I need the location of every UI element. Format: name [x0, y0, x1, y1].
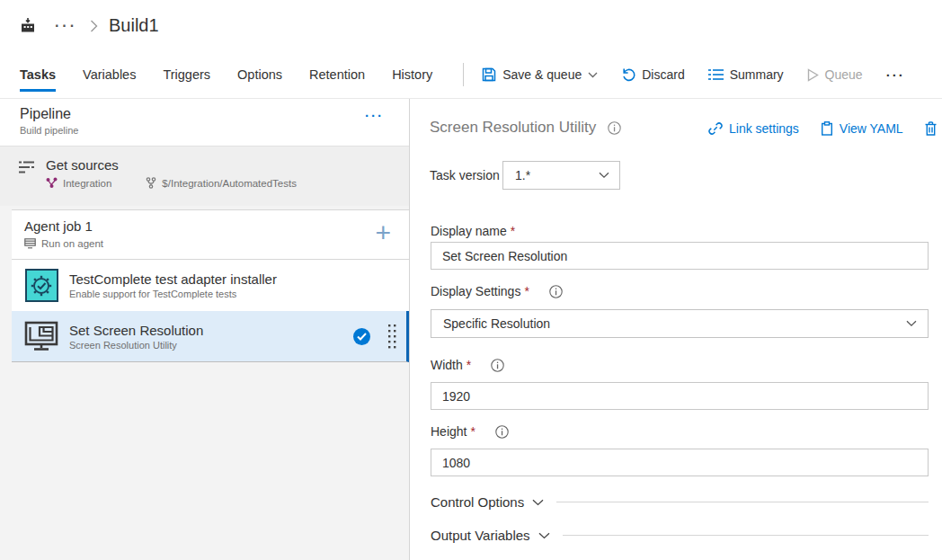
task-version-label: Task version: [430, 168, 500, 182]
tfvc-repo-icon: [46, 177, 58, 189]
agent-job-card: Agent job 1 Run on agent +: [12, 209, 409, 362]
output-variables-section[interactable]: Output Variables: [431, 528, 929, 543]
chevron-down-icon: [599, 172, 609, 179]
info-icon[interactable]: [491, 359, 504, 372]
toolbar: Save & queue Discard Summary: [482, 67, 904, 83]
save-and-queue-button[interactable]: Save & queue: [482, 67, 598, 82]
tab-history[interactable]: History: [392, 51, 432, 98]
source-path: $/Integration/AutomatedTests: [162, 178, 297, 189]
tab-variables[interactable]: Variables: [83, 51, 136, 98]
tab-triggers[interactable]: Triggers: [163, 51, 210, 98]
pipeline-more-button[interactable]: ···: [365, 108, 384, 123]
get-sources-item[interactable]: Get sources Integration $/Integration/Au…: [0, 147, 409, 206]
screen-resolution-task-icon: [24, 319, 58, 353]
pipeline-tree-panel: Pipeline Build pipeline ··· Get sources …: [0, 99, 410, 560]
info-icon[interactable]: [608, 121, 621, 135]
trash-icon: [925, 121, 937, 136]
pipeline-editor-window: ··· Build1 Tasks Variables Triggers Opti…: [0, 0, 942, 560]
agent-job-item[interactable]: Agent job 1 Run on agent +: [12, 210, 409, 260]
info-icon[interactable]: [549, 285, 563, 298]
task-row-testcomplete[interactable]: TestComplete test adapter installer Enab…: [12, 260, 409, 311]
task-title: TestComplete test adapter installer: [69, 271, 277, 287]
link-settings-button[interactable]: Link settings: [708, 121, 799, 136]
width-label: Width*: [431, 358, 504, 372]
get-sources-title: Get sources: [46, 157, 297, 173]
required-mark: *: [470, 424, 475, 439]
breadcrumb-more-button[interactable]: ···: [55, 18, 77, 34]
remove-task-button[interactable]: Remove: [925, 121, 942, 136]
document-icon: [821, 121, 833, 136]
tab-toolbar: Tasks Variables Triggers Options Retenti…: [0, 51, 942, 99]
task-title: Set Screen Resolution: [69, 323, 203, 338]
height-input[interactable]: [431, 449, 929, 476]
build-definition-icon: [20, 18, 37, 33]
summary-button[interactable]: Summary: [708, 67, 784, 82]
link-icon: [708, 121, 723, 136]
chevron-down-icon: [906, 320, 917, 327]
selected-check-icon: [353, 328, 370, 345]
required-mark: *: [511, 224, 515, 238]
section-divider: [556, 502, 929, 502]
section-divider: [563, 535, 929, 536]
task-detail-panel: Screen Resolution Utility Link settings …: [411, 99, 942, 560]
task-subtitle: Enable support for TestComplete tests: [69, 289, 277, 299]
agent-icon: [24, 238, 36, 249]
save-icon: [482, 67, 496, 82]
task-subtitle: Screen Resolution Utility: [69, 340, 203, 351]
chevron-down-icon: [532, 499, 544, 506]
chevron-right-icon: [90, 20, 98, 32]
pipeline-title: Pipeline: [20, 106, 395, 122]
drag-handle[interactable]: [388, 324, 396, 349]
breadcrumb: ··· Build1: [0, 0, 942, 51]
display-settings-label: Display Settings*: [431, 284, 563, 298]
task-detail-title: Screen Resolution Utility: [430, 119, 596, 137]
tab-strip: Tasks Variables Triggers Options Retenti…: [20, 51, 459, 98]
play-icon: [807, 68, 819, 82]
steps-icon: [18, 157, 36, 206]
add-task-button[interactable]: +: [375, 219, 391, 246]
chevron-down-icon: [538, 532, 550, 539]
control-options-section[interactable]: Control Options: [431, 494, 929, 510]
agent-job-subtitle: Run on agent: [41, 238, 103, 249]
chevron-down-icon: [588, 72, 598, 78]
tab-tasks[interactable]: Tasks: [20, 51, 56, 98]
width-input[interactable]: [431, 382, 929, 410]
undo-icon: [621, 67, 635, 82]
required-mark: *: [467, 358, 471, 372]
toolbar-more-button[interactable]: ···: [886, 67, 905, 83]
page-title: Build1: [109, 15, 159, 36]
tab-retention[interactable]: Retention: [309, 51, 365, 98]
task-version-select[interactable]: 1.*: [502, 161, 620, 190]
list-icon: [708, 68, 724, 81]
required-mark: *: [524, 284, 529, 298]
discard-button[interactable]: Discard: [621, 67, 684, 82]
task-actions: Link settings View YAML Remove: [708, 121, 942, 136]
height-label: Height*: [431, 424, 509, 439]
display-settings-select[interactable]: Specific Resolution: [431, 309, 929, 338]
view-yaml-button[interactable]: View YAML: [821, 121, 903, 136]
pipeline-root-item[interactable]: Pipeline Build pipeline ···: [0, 99, 409, 147]
display-name-label: Display name*: [431, 224, 515, 238]
agent-job-title: Agent job 1: [24, 218, 395, 234]
pipeline-subtitle: Build pipeline: [20, 125, 395, 136]
info-icon[interactable]: [495, 425, 509, 439]
testcomplete-task-icon: [24, 269, 58, 303]
toolbar-divider: [463, 63, 464, 86]
branch-icon: [146, 177, 156, 189]
display-name-input[interactable]: [431, 242, 929, 270]
repo-name: Integration: [63, 178, 111, 189]
queue-button[interactable]: Queue: [807, 67, 863, 82]
tab-options[interactable]: Options: [237, 51, 282, 98]
task-row-set-screen-resolution[interactable]: Set Screen Resolution Screen Resolution …: [12, 311, 409, 362]
